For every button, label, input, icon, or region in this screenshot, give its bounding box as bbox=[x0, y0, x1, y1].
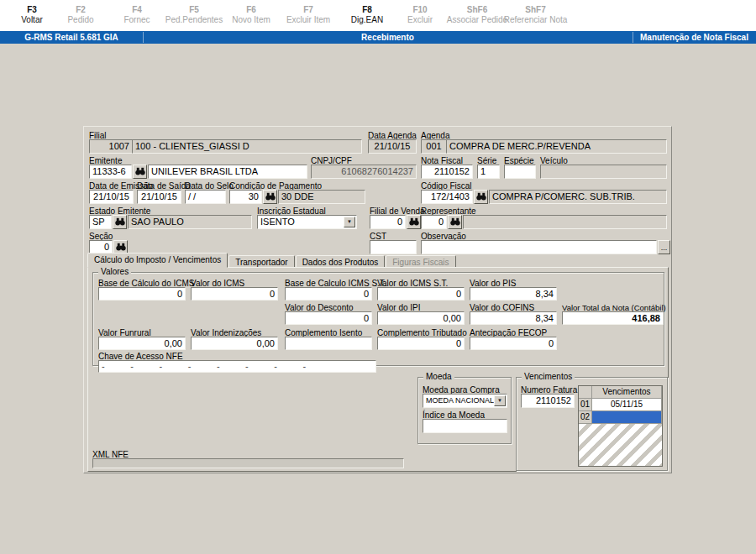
valor-desconto-field[interactable]: 0 bbox=[285, 311, 372, 325]
base-icms-st-field[interactable]: 0 bbox=[285, 287, 372, 301]
valor-funrural-field[interactable]: 0,00 bbox=[98, 337, 186, 350]
data-selo-input[interactable]: / / bbox=[185, 190, 226, 204]
tab-figuras-fiscais: Figuras Fiscais bbox=[386, 255, 455, 268]
valor-cofins-field[interactable]: 8,34 bbox=[470, 311, 557, 325]
fkey-shf7-referenciar-nota: ShF7Referenciar Nota bbox=[496, 5, 575, 25]
chevron-down-icon[interactable]: ▼ bbox=[344, 217, 355, 227]
tab-dados-dos-produtos[interactable]: Dados dos Produtos bbox=[296, 255, 386, 268]
function-key-bar: F3Voltar F2Pedido F4Fornec F5Ped.Pendent… bbox=[0, 0, 756, 31]
estado-emitente-input[interactable]: SP bbox=[89, 215, 112, 229]
numero-fatura-field[interactable]: 2110152 bbox=[521, 394, 575, 408]
tab-calculo-imposto-vencimentos[interactable]: Cálculo do Imposto / Vencimentos bbox=[87, 253, 228, 268]
codigo-fiscal-name-field: COMPRA P/COMERC. SUB.TRIB. bbox=[489, 190, 667, 204]
binoculars-icon bbox=[265, 192, 276, 202]
valor-total-field: 416,88 bbox=[562, 311, 664, 325]
data-agenda-field: 21/10/15 bbox=[368, 139, 417, 154]
condicao-pagamento-code-input[interactable]: 30 bbox=[229, 190, 262, 204]
complemento-tributado-field[interactable]: 0 bbox=[377, 337, 465, 350]
vencimentos-table: Vencimentos 01 05/11/15 02 bbox=[578, 385, 663, 467]
binoculars-icon bbox=[116, 243, 126, 253]
representante-name-field bbox=[463, 215, 667, 229]
estado-emitente-name-field: SAO PAULO bbox=[128, 215, 252, 229]
cnpj-cpf-field: 61068276014237 bbox=[311, 165, 417, 179]
inscricao-estadual-combobox[interactable]: ISENTO ▼ bbox=[257, 215, 357, 229]
serie-input[interactable]: 1 bbox=[477, 165, 500, 179]
emitente-code-input[interactable]: 11333-6 bbox=[89, 165, 132, 179]
app-title: G-RMS Retail 5.681 GIA bbox=[0, 31, 143, 44]
vencimento-row-1[interactable]: 01 05/11/15 bbox=[579, 399, 662, 411]
screen-title: Recebimento bbox=[143, 31, 633, 44]
antecipacao-fecop-field[interactable]: 0 bbox=[470, 337, 557, 350]
task-title: Manutenção de Nota Fiscal bbox=[633, 31, 756, 44]
moeda-compra-combobox[interactable]: MOEDA NACIONAL ▼ bbox=[423, 394, 507, 408]
complemento-isento-field[interactable] bbox=[285, 337, 372, 350]
representante-code-input[interactable]: 0 bbox=[421, 215, 447, 229]
tab-transportador[interactable]: Transportador bbox=[228, 255, 294, 268]
agenda-code-field: 001 bbox=[421, 139, 447, 154]
row-number-cell: 01 bbox=[579, 399, 592, 411]
vencimentos-header-row: Vencimentos bbox=[579, 386, 662, 399]
valores-group-title: Valores bbox=[98, 267, 131, 276]
tab-strip: Cálculo do Imposto / Vencimentos Transpo… bbox=[87, 253, 457, 268]
veiculo-field bbox=[540, 165, 667, 179]
filial-name-field: 100 - CLIENTES_GIASSI D bbox=[132, 139, 362, 154]
valor-ipi-field[interactable]: 0,00 bbox=[377, 311, 465, 325]
valor-icms-field[interactable]: 0 bbox=[191, 287, 278, 301]
base-icms-field[interactable]: 0 bbox=[98, 287, 186, 301]
emitente-name-field[interactable]: UNILEVER BRASIL LTDA bbox=[148, 165, 307, 179]
row-number-header-cell bbox=[579, 386, 592, 399]
agenda-name-field: COMPRA DE MERC.P/REVENDA bbox=[446, 139, 667, 154]
moeda-group-title: Moeda bbox=[423, 372, 454, 381]
condicao-pagamento-lookup-button[interactable] bbox=[263, 190, 277, 204]
especie-input[interactable] bbox=[504, 165, 536, 179]
chevron-down-icon[interactable]: ▼ bbox=[494, 395, 506, 406]
vencimentos-group-title: Vencimentos bbox=[522, 372, 575, 381]
xml-nfe-bar bbox=[92, 458, 404, 468]
estado-emitente-lookup-button[interactable] bbox=[113, 215, 127, 229]
app-window: F3Voltar F2Pedido F4Fornec F5Ped.Pendent… bbox=[0, 0, 756, 554]
filial-code-field: 1007 bbox=[89, 139, 133, 154]
binoculars-icon bbox=[115, 217, 125, 227]
vencimento-date-cell-selected[interactable] bbox=[592, 411, 662, 424]
representante-lookup-button[interactable] bbox=[448, 215, 462, 229]
indice-moeda-input[interactable] bbox=[423, 419, 507, 433]
title-bar: G-RMS Retail 5.681 GIA Recebimento Manut… bbox=[0, 31, 756, 44]
vencimento-row-2[interactable]: 02 bbox=[579, 411, 662, 424]
condicao-pagamento-name-field: 30 DDE bbox=[278, 190, 365, 204]
row-number-cell: 02 bbox=[579, 411, 592, 424]
empty-rows-hatch bbox=[579, 424, 662, 466]
filial-venda-lookup-button[interactable] bbox=[407, 215, 421, 229]
nota-fiscal-input[interactable]: 2110152 bbox=[421, 165, 473, 179]
binoculars-icon bbox=[135, 167, 145, 177]
filial-venda-input[interactable]: 0 bbox=[370, 215, 406, 229]
vencimentos-column-header: Vencimentos bbox=[592, 386, 662, 399]
binoculars-icon bbox=[476, 192, 486, 202]
emitente-lookup-button[interactable] bbox=[133, 165, 147, 179]
vencimento-date-cell[interactable]: 05/11/15 bbox=[592, 399, 662, 411]
chave-nfe-input[interactable]: - - - - - - - - bbox=[98, 360, 376, 373]
binoculars-icon bbox=[450, 217, 460, 227]
data-saida-input[interactable]: 21/10/15 bbox=[137, 190, 181, 204]
valor-indenizacoes-field[interactable]: 0,00 bbox=[191, 337, 278, 350]
valor-pis-field[interactable]: 8,34 bbox=[470, 287, 557, 301]
codigo-fiscal-code-input[interactable]: 172/1403 bbox=[421, 190, 473, 204]
codigo-fiscal-lookup-button[interactable] bbox=[474, 190, 488, 204]
valor-icms-st-field[interactable]: 0 bbox=[377, 287, 465, 301]
observacao-more-button[interactable]: ... bbox=[658, 240, 670, 254]
binoculars-icon bbox=[409, 217, 419, 227]
data-emissao-input[interactable]: 21/10/15 bbox=[89, 190, 134, 204]
moeda-compra-value: MOEDA NACIONAL bbox=[426, 396, 494, 405]
inscricao-estadual-value: ISENTO bbox=[260, 217, 295, 227]
